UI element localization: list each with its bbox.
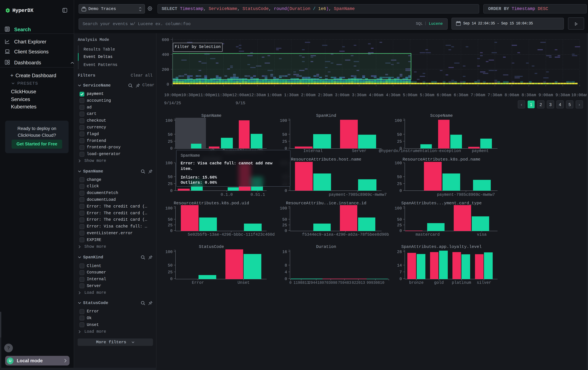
svg-text:ResourceAttribu..ice.instance.: ResourceAttribu..ice.instance.id: [286, 201, 366, 206]
svg-text:100: 100: [165, 206, 173, 211]
svg-text:7: 7: [399, 270, 402, 275]
svg-text:0: 0: [167, 82, 169, 87]
svg-text:50: 50: [168, 217, 173, 222]
svg-text:3: 3: [549, 102, 552, 107]
svg-text:ResourceAttributes.host.name: ResourceAttributes.host.name: [291, 157, 361, 162]
svg-text:SpanAttributes...yment.card_ty: SpanAttributes...yment.card_type: [401, 201, 482, 206]
svg-text:ResourceAttributes.k8s.pod.nam: ResourceAttributes.k8s.pod.name: [402, 157, 481, 162]
svg-text:0: 0: [289, 281, 292, 285]
svg-text:0: 0: [285, 277, 287, 281]
svg-text:mastercard: mastercard: [416, 232, 440, 237]
svg-text:1: 1: [530, 102, 532, 107]
svg-text:2:30am: 2:30am: [318, 93, 333, 98]
svg-text:100: 100: [165, 250, 173, 254]
svg-text:0: 0: [399, 277, 402, 281]
svg-text:3:30am: 3:30am: [352, 93, 367, 98]
svg-text:400: 400: [162, 52, 169, 57]
svg-text:gold: gold: [434, 280, 444, 285]
svg-text:50: 50: [397, 217, 402, 222]
svg-text:16: 16: [282, 250, 287, 254]
svg-text:4:00am: 4:00am: [369, 93, 383, 98]
svg-text:9/14/25: 9/14/25: [164, 101, 181, 106]
svg-text:›: ›: [579, 102, 580, 107]
svg-text:50: 50: [397, 132, 402, 137]
svg-text:SpanAttributes.app.loyalty.lev: SpanAttributes.app.loyalty.level: [401, 244, 482, 249]
svg-text:Error: Error: [192, 280, 204, 285]
svg-text:759483: 759483: [338, 281, 351, 285]
svg-text:ScopeName: ScopeName: [430, 113, 453, 118]
svg-text:14: 14: [397, 263, 402, 268]
svg-text:25: 25: [282, 139, 287, 144]
svg-text:8:00am: 8:00am: [504, 93, 519, 98]
svg-text:ResourceAttributes.k8s.pod.uid: ResourceAttributes.k8s.pod.uid: [174, 201, 249, 206]
svg-text:10:30pm: 10:30pm: [181, 93, 198, 98]
svg-text:4: 4: [559, 102, 561, 107]
svg-text:9:30am: 9:30am: [556, 93, 570, 98]
svg-text:payment-7985c8969c-mwmw7: payment-7985c8969c-mwmw7: [329, 192, 387, 197]
svg-text:100: 100: [395, 161, 402, 166]
svg-text:25: 25: [168, 223, 173, 228]
svg-text:25: 25: [168, 182, 173, 186]
svg-text:25: 25: [397, 139, 402, 144]
svg-text:platinum: platinum: [452, 280, 471, 285]
svg-text:0: 0: [399, 189, 402, 193]
svg-text:Unset: Unset: [238, 280, 250, 285]
svg-text:25: 25: [397, 182, 402, 186]
svg-text:5:30am: 5:30am: [420, 93, 434, 98]
svg-text:0.1.0: 0.1.0: [220, 192, 233, 197]
svg-text:‹: ‹: [521, 102, 522, 107]
svg-text:0: 0: [399, 229, 402, 233]
svg-text:10:00am: 10:00am: [571, 93, 588, 98]
svg-text:visa: visa: [477, 232, 487, 237]
svg-text:Server: Server: [352, 149, 367, 153]
svg-text:payment-7985c8969c-mwmw7: payment-7985c8969c-mwmw7: [437, 192, 495, 197]
svg-text:1:30am: 1:30am: [284, 93, 298, 98]
svg-text:SpanKind: SpanKind: [316, 113, 336, 118]
svg-text:Duration: Duration: [316, 244, 336, 249]
svg-text:payment: payment: [472, 149, 489, 153]
svg-text:25: 25: [282, 223, 287, 228]
svg-text:5: 5: [568, 102, 571, 107]
svg-text:5e02b5fb-13ae-4296-bbbc-111f42: 5e02b5fb-13ae-4296-bbbc-111f423c460d: [188, 232, 275, 237]
svg-text:silver: silver: [477, 280, 491, 285]
svg-text:0: 0: [170, 229, 173, 233]
svg-text:0: 0: [170, 189, 173, 193]
svg-text:2:00am: 2:00am: [301, 93, 315, 98]
svg-text:100: 100: [395, 118, 402, 123]
svg-text:0.51.1: 0.51.1: [251, 192, 265, 197]
svg-text:10:00pm: 10:00pm: [164, 93, 181, 98]
svg-text:2944180: 2944180: [308, 281, 324, 285]
svg-text:100: 100: [280, 206, 287, 211]
svg-text:28: 28: [397, 250, 402, 254]
svg-text:6:00am: 6:00am: [437, 93, 451, 98]
svg-text:4:30am: 4:30am: [386, 93, 400, 98]
svg-text:StatusCode: StatusCode: [199, 244, 224, 249]
svg-text:50: 50: [168, 175, 173, 179]
svg-text:99930810: 99930810: [367, 281, 384, 285]
svg-text:5:00am: 5:00am: [403, 93, 417, 98]
svg-text:8: 8: [285, 263, 287, 268]
svg-text:6:30am: 6:30am: [454, 93, 468, 98]
svg-text:100: 100: [280, 118, 287, 123]
svg-text:11:00pm: 11:00pm: [198, 93, 215, 98]
svg-text:8:30am: 8:30am: [522, 93, 536, 98]
svg-text:100: 100: [395, 206, 402, 211]
svg-text:50: 50: [168, 263, 173, 268]
svg-text:3:00am: 3:00am: [335, 93, 349, 98]
svg-text:0: 0: [170, 277, 173, 281]
svg-text:50: 50: [397, 175, 402, 179]
svg-text:0: 0: [285, 189, 287, 193]
svg-text:822013: 822013: [352, 281, 365, 285]
svg-text:7:00am: 7:00am: [471, 93, 485, 98]
svg-text:Internal: Internal: [303, 149, 323, 153]
svg-text:1:00am: 1:00am: [267, 93, 282, 98]
svg-text:@hyperdx/instrumentation-excep: @hyperdx/instrumentation-exception: [379, 149, 461, 153]
svg-text:9:00am: 9:00am: [539, 93, 553, 98]
svg-text:50: 50: [282, 132, 287, 137]
svg-text:7:30am: 7:30am: [488, 93, 502, 98]
svg-text:50: 50: [168, 132, 173, 137]
svg-text:2: 2: [540, 102, 542, 107]
svg-text:25: 25: [397, 223, 402, 228]
svg-text:0: 0: [170, 146, 173, 151]
svg-text:100: 100: [165, 161, 173, 166]
